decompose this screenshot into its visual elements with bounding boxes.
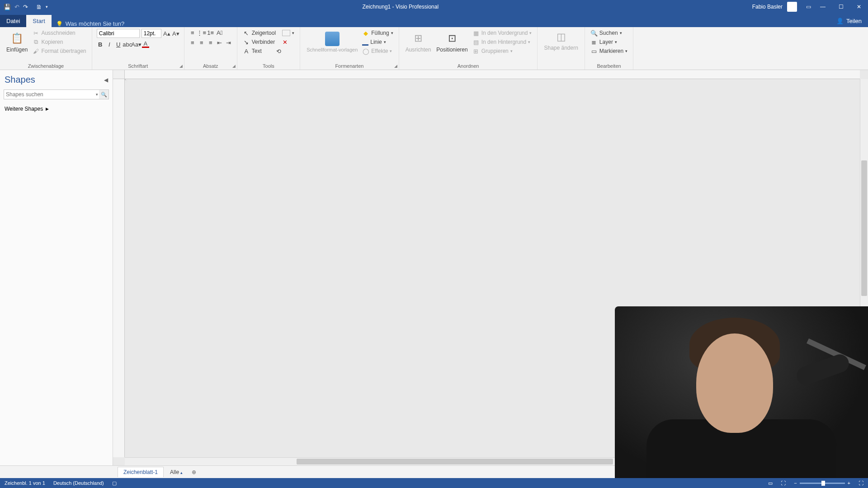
copy-button[interactable]: ⧉Kopieren — [31, 38, 87, 46]
connector-icon: ↘ — [243, 38, 250, 46]
shrink-font-icon[interactable]: A▾ — [172, 30, 179, 37]
bring-front-button[interactable]: ▦In den Vordergrund▾ — [472, 29, 533, 37]
group-editing: 🔍Suchen▾ ≣Layer▾ ▭Markieren▾ Bearbeiten — [585, 27, 633, 70]
search-icon: 🔍 — [590, 29, 598, 37]
save-icon[interactable]: 💾 — [4, 4, 11, 10]
select-button[interactable]: ▭Markieren▾ — [590, 47, 628, 55]
align-right-icon[interactable]: ≡ — [207, 39, 214, 46]
sheet-tab-all[interactable]: Alle ▴ — [165, 467, 187, 477]
case-button[interactable]: Aa▾ — [133, 41, 140, 48]
align-top-icon[interactable]: ≡ — [189, 29, 196, 36]
drawing-page[interactable] — [125, 79, 126, 80]
minimize-button[interactable]: — — [814, 4, 832, 10]
font-color-button[interactable]: A — [142, 41, 149, 48]
fill-button[interactable]: ◆Füllung▾ — [361, 29, 394, 37]
maximize-button[interactable]: ☐ — [832, 4, 850, 10]
zoom-in-icon[interactable]: + — [848, 480, 850, 486]
bullets-icon[interactable]: ⋮≡ — [198, 29, 205, 36]
status-language[interactable]: Deutsch (Deutschland) — [53, 480, 104, 486]
cut-button[interactable]: ✂Ausschneiden — [31, 29, 87, 37]
sheet-tabs-bar: Zeichenblatt-1 Alle ▴ ⊕ — [0, 465, 868, 478]
italic-button[interactable]: I — [106, 41, 113, 48]
sheet-tab-active[interactable]: Zeichenblatt-1 — [118, 467, 164, 477]
shapes-search-input[interactable] — [4, 89, 103, 99]
paragraph-launcher-icon[interactable]: ◢ — [232, 64, 236, 68]
zoom-out-icon[interactable]: − — [794, 480, 797, 486]
zoom-slider[interactable] — [800, 483, 845, 484]
ribbon-options-icon[interactable]: ▭ — [806, 4, 811, 10]
ruler-vertical[interactable] — [113, 79, 125, 457]
format-painter-icon: 🖌 — [32, 47, 39, 55]
find-button[interactable]: 🔍Suchen▾ — [590, 29, 628, 37]
tab-file[interactable]: Datei — [0, 15, 26, 27]
tab-start[interactable]: Start — [26, 15, 51, 27]
shapes-pane: Shapes ◀ ▾ 🔍 Weitere Shapes▶ — [0, 70, 113, 465]
ruler-horizontal[interactable] — [125, 70, 860, 79]
position-icon: ⊡ — [445, 31, 459, 46]
group-tools: ↖Zeigertool ▾ ↘Verbinder ✕ AText ⟲ Tools — [237, 27, 300, 70]
close-button[interactable]: ✕ — [850, 4, 868, 10]
shapes-search-go[interactable]: 🔍 — [99, 89, 109, 99]
tell-me-search[interactable]: 💡 Was möchten Sie tun? — [56, 20, 124, 27]
fit-page-icon[interactable]: ⛶ — [781, 480, 786, 486]
hscroll-thumb[interactable] — [297, 459, 613, 465]
effects-button[interactable]: ◯Effekte▾ — [361, 47, 394, 55]
new-doc-icon[interactable]: 🗎 — [36, 4, 42, 10]
delete-icon[interactable]: ✕ — [281, 38, 288, 46]
align-center-icon[interactable]: ≡ — [198, 39, 205, 46]
strike-button[interactable]: abc — [124, 41, 131, 48]
format-painter-button[interactable]: 🖌Format übertragen — [31, 47, 87, 55]
effects-icon: ◯ — [362, 47, 369, 55]
layer-icon: ≣ — [590, 38, 598, 46]
font-size-combo[interactable] — [142, 29, 161, 38]
group-button[interactable]: ⊞Gruppieren▾ — [472, 47, 533, 55]
user-name[interactable]: Fabio Basler — [752, 4, 783, 10]
align-icon: ⊞ — [411, 31, 425, 46]
grow-font-icon[interactable]: A▴ — [163, 30, 170, 37]
ruler-corner — [113, 70, 125, 79]
status-page[interactable]: Zeichenbl. 1 von 1 — [5, 480, 45, 486]
align-left-icon[interactable]: ≡ — [189, 39, 196, 46]
drawing-canvas[interactable] — [125, 79, 860, 457]
layer-button[interactable]: ≣Layer▾ — [590, 38, 628, 46]
macro-record-icon[interactable]: ▢ — [112, 480, 117, 486]
add-sheet-button[interactable]: ⊕ — [189, 467, 199, 477]
qat-dropdown-icon[interactable]: ▾ — [46, 5, 48, 9]
font-launcher-icon[interactable]: ◢ — [179, 64, 183, 68]
window-title: Zeichnung1 - Visio Professional — [52, 4, 750, 10]
rotate-text-icon[interactable]: ⟲ — [275, 47, 283, 55]
clear-format-icon[interactable]: A⃠ — [216, 29, 223, 36]
font-name-combo[interactable] — [97, 29, 140, 38]
pointer-tool[interactable]: ↖Zeigertool ▾ — [242, 29, 295, 37]
position-button[interactable]: ⊡Positionieren — [434, 30, 469, 54]
share-button[interactable]: 👤 Teilen — [830, 15, 868, 27]
horizontal-scrollbar[interactable] — [125, 457, 860, 465]
line-button[interactable]: Linie▾ — [361, 38, 394, 46]
more-shapes[interactable]: Weitere Shapes▶ — [0, 104, 113, 114]
paste-button[interactable]: 📋 Einfügen — [5, 30, 29, 54]
collapse-pane-icon[interactable]: ◀ — [104, 77, 108, 83]
send-back-button[interactable]: ▧In den Hintergrund▾ — [472, 38, 533, 46]
increase-indent-icon[interactable]: ⇥ — [225, 39, 232, 46]
numbering-icon[interactable]: 1≡ — [207, 29, 214, 36]
zoom-control[interactable]: − + — [794, 480, 850, 486]
user-avatar[interactable] — [787, 2, 797, 12]
undo-icon[interactable]: ↶ — [14, 4, 19, 10]
redo-icon[interactable]: ↷ — [23, 4, 28, 10]
shapestyles-launcher-icon[interactable]: ◢ — [394, 64, 397, 68]
connector-tool[interactable]: ↘Verbinder ✕ — [242, 38, 295, 46]
underline-button[interactable]: U — [115, 41, 122, 48]
text-tool[interactable]: AText ⟲ — [242, 47, 295, 55]
quick-styles-button[interactable]: Schnellformat-vorlagen — [305, 31, 359, 53]
vscroll-thumb[interactable] — [861, 160, 867, 296]
align-button[interactable]: ⊞Ausrichten — [404, 30, 433, 54]
change-shape-button[interactable]: ◫ Shape ändern — [542, 29, 580, 52]
decrease-indent-icon[interactable]: ⇤ — [216, 39, 223, 46]
group-label: Formenarten — [305, 62, 394, 69]
vertical-scrollbar[interactable] — [860, 79, 868, 457]
rectangle-tool-icon[interactable] — [282, 30, 290, 36]
group-label: Tools — [242, 62, 295, 69]
presentation-mode-icon[interactable]: ▭ — [768, 480, 773, 486]
bold-button[interactable]: B — [97, 41, 104, 48]
fullscreen-icon[interactable]: ⛶ — [859, 480, 863, 486]
